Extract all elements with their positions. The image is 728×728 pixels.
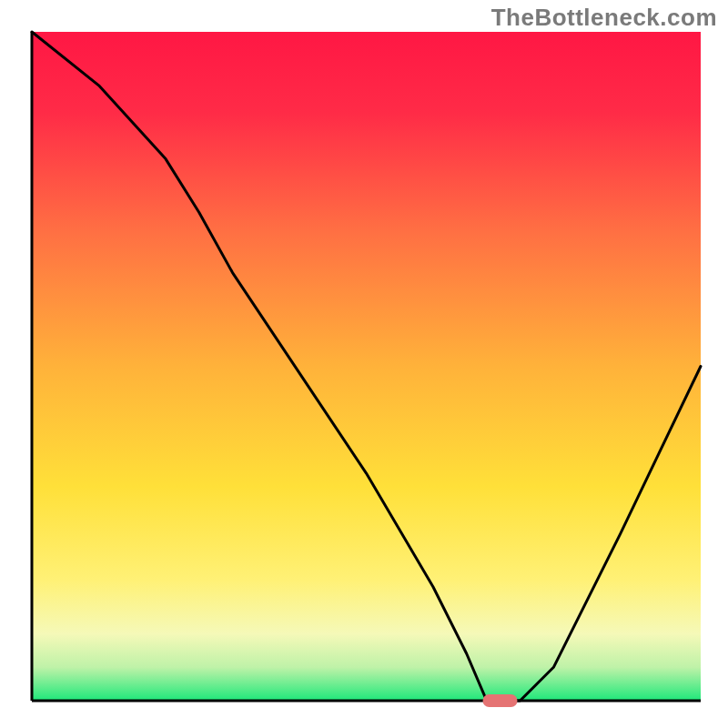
chart-stage: TheBottleneck.com bbox=[0, 0, 728, 728]
plot-background bbox=[32, 32, 701, 701]
chart-svg bbox=[0, 0, 728, 728]
optimal-marker bbox=[483, 694, 518, 707]
